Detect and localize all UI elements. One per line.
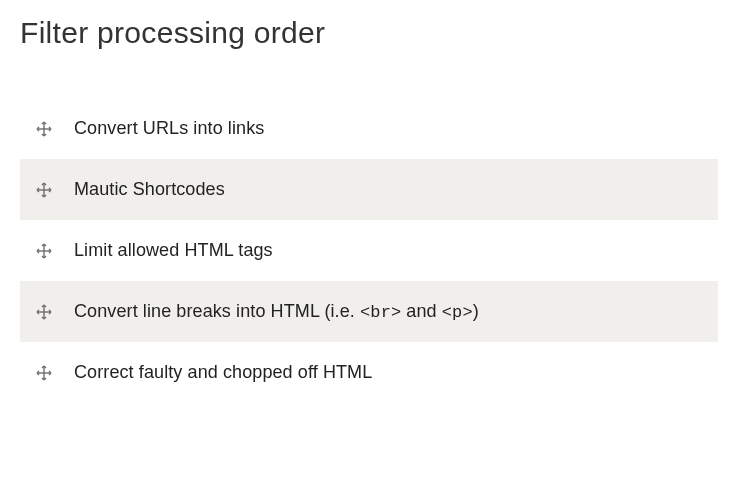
filter-row[interactable]: Correct faulty and chopped off HTML [20, 342, 718, 403]
drag-handle-icon[interactable] [36, 304, 52, 320]
code-tag: <p> [442, 303, 473, 322]
filter-list: Convert URLs into links Mautic Shortcode… [20, 98, 718, 403]
page-title: Filter processing order [20, 16, 718, 50]
code-tag: <br> [360, 303, 401, 322]
drag-handle-icon[interactable] [36, 182, 52, 198]
filter-label: Correct faulty and chopped off HTML [74, 362, 372, 383]
filter-label: Convert URLs into links [74, 118, 264, 139]
filter-label: Limit allowed HTML tags [74, 240, 273, 261]
filter-row[interactable]: Convert URLs into links [20, 98, 718, 159]
filter-label: Mautic Shortcodes [74, 179, 225, 200]
drag-handle-icon[interactable] [36, 365, 52, 381]
drag-handle-icon[interactable] [36, 243, 52, 259]
filter-label: Convert line breaks into HTML (i.e. <br>… [74, 301, 479, 322]
filter-row[interactable]: Convert line breaks into HTML (i.e. <br>… [20, 281, 718, 342]
filter-row[interactable]: Limit allowed HTML tags [20, 220, 718, 281]
filter-row[interactable]: Mautic Shortcodes [20, 159, 718, 220]
drag-handle-icon[interactable] [36, 121, 52, 137]
